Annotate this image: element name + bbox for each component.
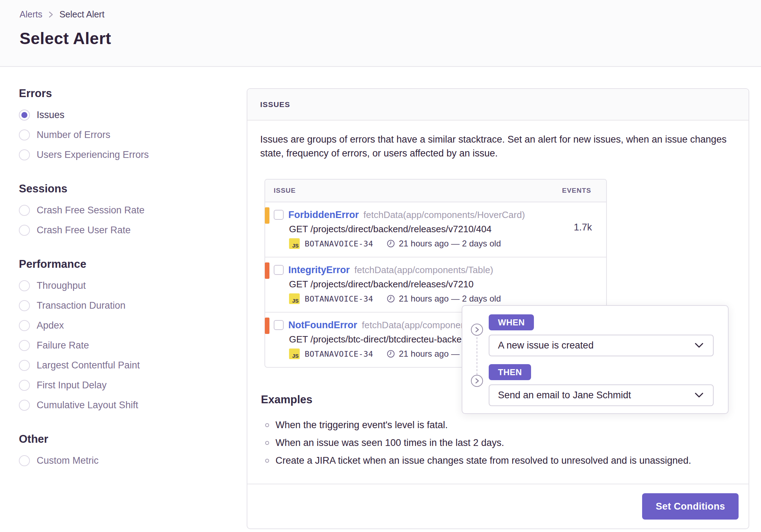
alert-type-radio-option[interactable]: Issues	[19, 105, 225, 125]
alert-type-radio-option[interactable]: Largest Contentful Paint	[19, 355, 225, 375]
issues-description: Issues are groups of errors that have a …	[260, 133, 736, 160]
when-condition-select[interactable]: A new issue is created	[489, 335, 714, 356]
alert-type-radio-option[interactable]: Failure Rate	[19, 335, 225, 355]
breadcrumb-current: Select Alert	[59, 9, 104, 20]
then-action-value: Send an email to Jane Schmidt	[498, 390, 631, 401]
alert-type-sidebar: Errors Issues Number of Errors Users Exp…	[19, 87, 225, 488]
issue-age: 21 hours ago — 2 days old	[399, 294, 501, 304]
breadcrumb: Alerts Select Alert	[20, 9, 761, 20]
issue-short-id: BOTANAVOICE-34	[305, 239, 373, 248]
alert-type-radio-option[interactable]: First Input Delay	[19, 375, 225, 395]
issue-level-bar	[265, 318, 269, 334]
radio-button-icon[interactable]	[19, 129, 30, 140]
chevron-down-icon	[694, 342, 704, 349]
radio-option-label: Transaction Duration	[37, 300, 126, 311]
radio-button-icon[interactable]	[19, 205, 30, 216]
sidebar-group-options: Issues Number of Errors Users Experienci…	[19, 105, 225, 165]
alert-conditions-popup: WHEN A new issue is created THEN Send an…	[462, 305, 729, 414]
radio-option-label: Apdex	[37, 320, 64, 331]
alert-type-radio-option[interactable]: Users Experiencing Errors	[19, 145, 225, 165]
issue-level-bar	[265, 262, 269, 279]
clock-icon	[387, 239, 395, 248]
radio-button-icon[interactable]	[19, 360, 30, 371]
alert-type-radio-option[interactable]: Cumulative Layout Shift	[19, 395, 225, 415]
radio-button-icon[interactable]	[19, 225, 30, 236]
radio-button-icon[interactable]	[19, 149, 30, 160]
chevron-down-icon	[694, 392, 704, 399]
clock-icon	[387, 350, 395, 358]
then-badge: THEN	[489, 364, 531, 380]
radio-option-label: Crash Free User Rate	[37, 225, 131, 236]
issue-checkbox[interactable]	[274, 265, 284, 275]
javascript-platform-icon: JS	[289, 293, 300, 304]
issue-transaction-path: GET /projects/direct/backend/releases/v7…	[289, 277, 591, 292]
radio-button-icon[interactable]	[19, 320, 30, 331]
alert-type-radio-option[interactable]: Crash Free Session Rate	[19, 200, 225, 220]
issue-row: ForbiddenError fetchData(app/components/…	[265, 202, 606, 257]
issue-transaction-path: GET /projects/direct/backend/releases/v7…	[289, 222, 591, 236]
when-condition-value: A new issue is created	[498, 340, 594, 351]
radio-button-icon[interactable]	[19, 300, 30, 311]
radio-option-label: Users Experiencing Errors	[37, 149, 149, 160]
alert-type-radio-option[interactable]: Number of Errors	[19, 125, 225, 145]
radio-option-label: Crash Free Session Rate	[37, 205, 145, 216]
issue-age: 21 hours ago — 2 days old	[399, 239, 501, 249]
radio-button-icon[interactable]	[19, 110, 30, 121]
issue-checkbox[interactable]	[274, 320, 284, 330]
panel-footer: Set Conditions	[247, 484, 749, 528]
alert-type-radio-option[interactable]: Crash Free User Rate	[19, 220, 225, 240]
radio-button-icon[interactable]	[19, 340, 30, 351]
sidebar-group-options: Throughput Transaction Duration Apdex Fa…	[19, 276, 225, 415]
sidebar-group-options: Crash Free Session Rate Crash Free User …	[19, 200, 225, 240]
radio-button-icon[interactable]	[19, 455, 30, 466]
radio-option-label: Issues	[37, 110, 64, 121]
sidebar-group-options: Custom Metric	[19, 451, 225, 470]
examples-list: When the triggering event's level is fat…	[261, 416, 736, 469]
issue-short-id: BOTANAVOICE-34	[305, 350, 373, 358]
then-action-select[interactable]: Send an email to Jane Schmidt	[489, 384, 714, 406]
alert-type-radio-option[interactable]: Throughput	[19, 276, 225, 296]
bullet-circle-icon	[265, 441, 269, 445]
issue-culprit: fetchData(app/component	[362, 320, 468, 331]
radio-button-icon[interactable]	[19, 380, 30, 391]
radio-option-label: Throughput	[37, 280, 86, 291]
radio-button-icon[interactable]	[19, 280, 30, 291]
example-text: When the triggering event's level is fat…	[275, 420, 448, 431]
alert-type-radio-option[interactable]: Apdex	[19, 315, 225, 335]
issue-row: IntegrityError fetchData(app/components/…	[265, 257, 606, 312]
javascript-platform-icon: JS	[289, 238, 300, 249]
issue-title-link[interactable]: NotFoundError	[288, 320, 357, 331]
set-conditions-button[interactable]: Set Conditions	[642, 493, 739, 520]
issue-level-bar	[265, 207, 269, 224]
sidebar-group-heading: Errors	[19, 87, 225, 100]
issue-checkbox[interactable]	[274, 210, 284, 220]
example-item: Create a JIRA ticket when an issue chang…	[261, 452, 736, 469]
alert-type-radio-option[interactable]: Custom Metric	[19, 451, 225, 470]
chevron-circle-icon	[471, 375, 483, 387]
alert-type-radio-option[interactable]: Transaction Duration	[19, 296, 225, 315]
issue-culprit: fetchData(app/components/HoverCard)	[363, 209, 525, 220]
page-header: Alerts Select Alert Select Alert	[0, 0, 761, 67]
column-header-events: EVENTS	[562, 187, 591, 195]
sidebar-group: Errors Issues Number of Errors Users Exp…	[19, 87, 225, 165]
issues-panel-body: Issues are groups of errors that have a …	[247, 121, 749, 484]
column-header-issue: ISSUE	[274, 187, 296, 195]
radio-button-icon[interactable]	[19, 400, 30, 411]
sidebar-group: Performance Throughput Transaction Durat…	[19, 258, 225, 415]
issue-title-link[interactable]: IntegrityError	[288, 265, 350, 276]
breadcrumb-alerts-link[interactable]: Alerts	[20, 9, 42, 20]
example-text: When an issue was seen 100 times in the …	[275, 437, 504, 448]
issue-title-link[interactable]: ForbiddenError	[288, 209, 359, 220]
issues-table-header: ISSUE EVENTS	[265, 180, 606, 202]
chevron-right-icon	[48, 10, 54, 19]
example-text: Create a JIRA ticket when an issue chang…	[275, 455, 691, 466]
issue-culprit: fetchData(app/components/Table)	[355, 265, 493, 276]
clock-icon	[387, 294, 395, 303]
example-item: When an issue was seen 100 times in the …	[261, 434, 736, 452]
issues-panel-title: ISSUES	[260, 100, 290, 109]
issue-short-id: BOTANAVOICE-34	[305, 294, 373, 303]
javascript-platform-icon: JS	[289, 349, 300, 359]
sidebar-group-heading: Sessions	[19, 182, 225, 195]
radio-option-label: Custom Metric	[37, 455, 99, 466]
radio-option-label: First Input Delay	[37, 380, 107, 391]
